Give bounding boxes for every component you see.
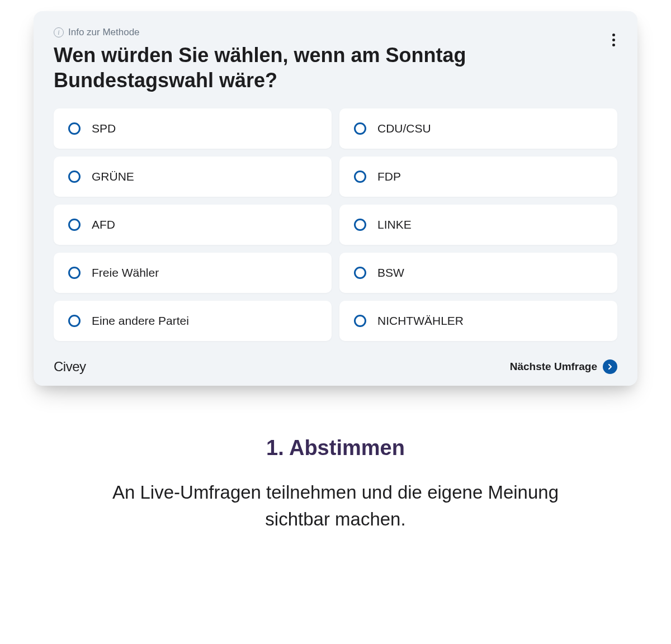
next-label: Nächste Umfrage (510, 361, 597, 373)
radio-icon (354, 267, 366, 279)
brand-logo: Civey (54, 359, 86, 375)
step-heading: 1. Abstimmen (34, 436, 637, 460)
option-label: SPD (92, 122, 116, 135)
card-footer: Civey Nächste Umfrage (54, 354, 617, 375)
option-afd[interactable]: AFD (54, 205, 332, 245)
option-label: CDU/CSU (377, 122, 431, 135)
option-label: FDP (377, 170, 401, 183)
option-fdp[interactable]: FDP (339, 157, 617, 197)
radio-icon (68, 219, 81, 231)
option-label: BSW (377, 266, 404, 280)
option-spd[interactable]: SPD (54, 108, 332, 149)
info-icon: i (54, 27, 64, 37)
option-andere-partei[interactable]: Eine andere Partei (54, 301, 332, 341)
radio-icon (68, 267, 81, 279)
option-label: AFD (92, 218, 115, 231)
option-linke[interactable]: LINKE (339, 205, 617, 245)
dots-vertical-icon (612, 34, 615, 36)
radio-icon (68, 171, 81, 183)
radio-icon (354, 315, 366, 327)
info-label: Info zur Methode (68, 27, 140, 38)
option-bsw[interactable]: BSW (339, 253, 617, 293)
option-label: GRÜNE (92, 170, 134, 183)
option-gruene[interactable]: GRÜNE (54, 157, 332, 197)
option-cdu-csu[interactable]: CDU/CSU (339, 108, 617, 149)
option-label: LINKE (377, 218, 412, 231)
step-description: An Live-Umfragen teilnehmen und die eige… (34, 479, 637, 533)
survey-card: i Info zur Methode Wen würden Sie wählen… (34, 11, 637, 386)
radio-icon (354, 219, 366, 231)
option-label: Eine andere Partei (92, 314, 189, 328)
radio-icon (68, 315, 81, 327)
option-label: NICHTWÄHLER (377, 314, 464, 328)
survey-question: Wen würden Sie wählen, wenn am Sonntag B… (54, 42, 617, 93)
next-survey-link[interactable]: Nächste Umfrage (510, 359, 617, 374)
option-freie-waehler[interactable]: Freie Wähler (54, 253, 332, 293)
radio-icon (68, 122, 81, 135)
option-nichtwaehler[interactable]: NICHTWÄHLER (339, 301, 617, 341)
radio-icon (354, 171, 366, 183)
chevron-right-icon (603, 359, 617, 374)
option-label: Freie Wähler (92, 266, 159, 280)
radio-icon (354, 122, 366, 135)
method-info-link[interactable]: i Info zur Methode (54, 27, 617, 38)
more-menu-button[interactable] (605, 31, 622, 48)
options-grid: SPD CDU/CSU GRÜNE FDP AFD LINKE Freie Wä… (54, 108, 617, 341)
